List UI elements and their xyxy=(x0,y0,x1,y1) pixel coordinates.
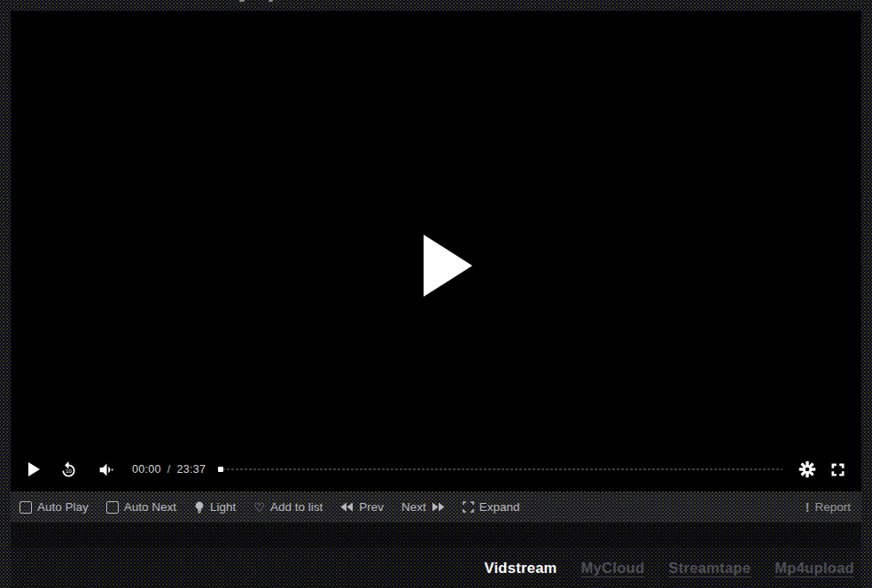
checkbox-icon xyxy=(19,501,32,514)
fullscreen-icon xyxy=(829,460,847,479)
play-button[interactable] xyxy=(28,462,40,476)
lightbulb-icon xyxy=(194,501,205,514)
light-label: Light xyxy=(210,500,236,514)
light-toggle[interactable]: Light xyxy=(194,500,236,514)
big-play-button[interactable] xyxy=(424,235,472,297)
page: 10 00:00 / 23:37 xyxy=(0,0,872,588)
checkbox-icon xyxy=(106,501,119,514)
gear-icon xyxy=(798,460,816,478)
expand-button[interactable]: Expand xyxy=(463,500,520,514)
player-control-bar: 10 00:00 / 23:37 xyxy=(11,451,861,491)
volume-icon xyxy=(97,460,116,479)
auto-next-label: Auto Next xyxy=(124,500,176,514)
prev-episode-button[interactable]: Prev xyxy=(340,500,384,514)
rewind-10-icon: 10 xyxy=(59,460,78,479)
section-divider xyxy=(11,522,861,547)
time-display: 00:00 / 23:37 xyxy=(132,463,206,476)
expand-icon xyxy=(463,501,474,513)
auto-play-toggle[interactable]: Auto Play xyxy=(19,500,89,514)
server-list: Vidstream MyCloud Streamtape Mp4upload xyxy=(11,547,861,588)
next-label: Next xyxy=(401,500,426,514)
svg-text:10: 10 xyxy=(66,468,72,474)
auto-next-toggle[interactable]: Auto Next xyxy=(106,500,176,514)
report-button[interactable]: ! Report xyxy=(806,500,851,514)
auto-play-label: Auto Play xyxy=(37,500,89,514)
volume-button[interactable] xyxy=(97,460,116,479)
play-icon xyxy=(28,462,40,476)
report-label: Report xyxy=(814,500,851,514)
player-toolbar: Auto Play Auto Next Light ♡ Add to list xyxy=(11,491,861,522)
controls-right xyxy=(798,460,847,479)
next-icon xyxy=(432,502,445,512)
server-mp4upload[interactable]: Mp4upload xyxy=(775,560,854,576)
time-separator: / xyxy=(167,463,171,476)
next-episode-button[interactable]: Next xyxy=(401,500,445,514)
heart-icon: ♡ xyxy=(253,501,265,514)
add-to-list-button[interactable]: ♡ Add to list xyxy=(253,500,323,514)
server-mycloud[interactable]: MyCloud xyxy=(581,560,645,576)
settings-button[interactable] xyxy=(798,460,816,478)
add-to-list-label: Add to list xyxy=(270,500,323,514)
current-time: 00:00 xyxy=(132,463,161,476)
server-vidstream[interactable]: Vidstream xyxy=(484,560,557,576)
exclamation-icon: ! xyxy=(806,501,810,514)
clipped-text-fragment xyxy=(269,0,273,2)
expand-label: Expand xyxy=(479,500,520,514)
video-player[interactable]: 10 00:00 / 23:37 xyxy=(11,11,861,491)
content-column: 10 00:00 / 23:37 xyxy=(11,11,861,588)
playhead[interactable] xyxy=(218,467,223,472)
clipped-text-fragment xyxy=(239,0,245,2)
prev-icon xyxy=(340,502,354,512)
server-streamtape[interactable]: Streamtape xyxy=(668,560,751,576)
prev-label: Prev xyxy=(359,500,384,514)
progress-track xyxy=(218,468,782,470)
rewind-10-button[interactable]: 10 xyxy=(59,460,78,479)
progress-bar[interactable] xyxy=(218,463,782,476)
duration: 23:37 xyxy=(177,463,206,476)
fullscreen-button[interactable] xyxy=(829,460,847,479)
